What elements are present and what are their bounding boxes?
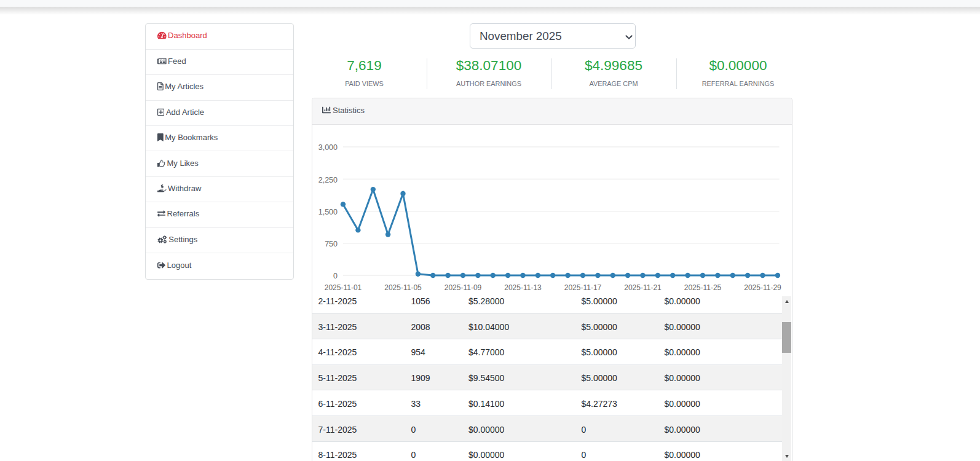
- svg-text:2025-11-29: 2025-11-29: [744, 283, 781, 292]
- svg-text:2025-11-13: 2025-11-13: [504, 283, 542, 292]
- svg-text:2025-11-17: 2025-11-17: [564, 283, 602, 292]
- svg-text:2025-11-05: 2025-11-05: [384, 283, 422, 292]
- svg-text:0: 0: [333, 272, 338, 280]
- svg-text:3,000: 3,000: [318, 143, 338, 152]
- svg-text:2025-11-01: 2025-11-01: [325, 283, 362, 292]
- svg-text:750: 750: [325, 240, 338, 248]
- svg-text:2,250: 2,250: [318, 176, 338, 184]
- svg-text:2025-11-09: 2025-11-09: [445, 283, 482, 292]
- svg-text:1,500: 1,500: [318, 208, 338, 216]
- svg-text:2025-11-21: 2025-11-21: [624, 283, 662, 292]
- svg-text:2025-11-25: 2025-11-25: [684, 283, 722, 292]
